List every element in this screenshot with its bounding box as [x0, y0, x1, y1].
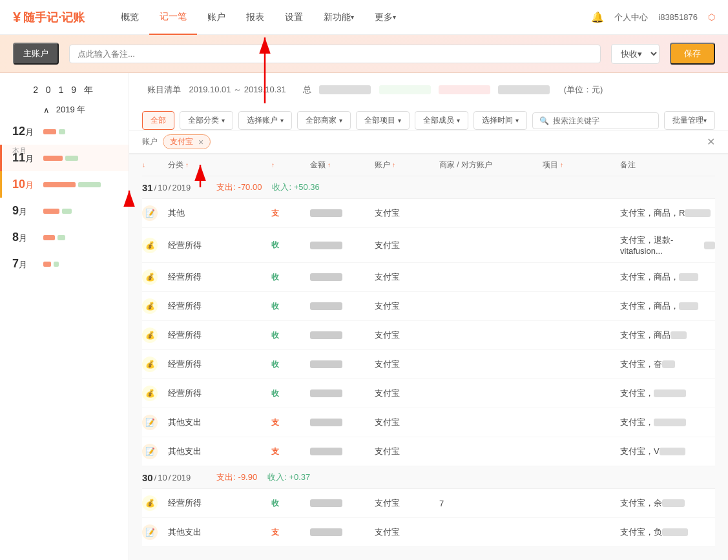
cell-notes: 支付宝，商品，R: [620, 207, 715, 219]
month-item-7[interactable]: 7月: [0, 251, 129, 277]
cell-icon: 💰: [142, 357, 168, 372]
save-button[interactable]: 保存: [670, 43, 715, 65]
month-item-12[interactable]: 12月: [0, 118, 129, 145]
category-icon: 💰: [142, 238, 158, 253]
month-item-11[interactable]: 本月 11月: [0, 145, 129, 171]
th-amount[interactable]: 金额 ↑: [310, 160, 375, 171]
tag-value: 支付宝: [170, 136, 193, 147]
nav-record[interactable]: 记一笔: [149, 0, 197, 35]
month-item-8[interactable]: 8月: [0, 224, 129, 251]
year-31: 2019: [172, 183, 191, 192]
cell-notes: 支付宝，退款-vitafusion...: [620, 234, 715, 256]
table-row: 💰 经营所得 收 支付宝 7 支付宝，余: [142, 489, 715, 518]
cell-notes: 支付宝，奋: [620, 358, 715, 370]
nav-report[interactable]: 报表: [236, 0, 275, 35]
batch-manage-button[interactable]: 批量管理▾: [664, 111, 715, 130]
logo-text: 随手记·记账: [23, 10, 85, 25]
table-row: 💰 经营所得 收 支付宝 支付宝，奋: [142, 350, 715, 379]
month-31: 10: [158, 183, 167, 192]
filter-merchant[interactable]: 全部商家▾: [297, 111, 351, 130]
cell-type: 收: [271, 330, 310, 341]
nav-settings[interactable]: 设置: [275, 0, 313, 35]
filter-member[interactable]: 全部成员▾: [415, 111, 468, 130]
filter-bar: 全部 全部分类▾ 选择账户▾ 全部商家▾ 全部项目▾ 全部成员▾ 选择时间▾ 🔍: [129, 106, 728, 130]
cell-account: 支付宝: [375, 240, 439, 251]
th-project[interactable]: 项目 ↑: [543, 160, 620, 171]
category-icon: 💰: [142, 357, 158, 372]
filter-project[interactable]: 全部项目▾: [356, 111, 410, 130]
cell-category: 经营所得: [168, 358, 271, 370]
date-30: 30: [142, 472, 153, 483]
category-icon: 💰: [142, 269, 158, 285]
month-bars-11: [43, 156, 118, 161]
category-icon: 📝: [142, 415, 158, 430]
main-account-button[interactable]: 主账户: [13, 43, 59, 65]
cell-category: 经营所得: [168, 300, 271, 312]
nav-overview[interactable]: 概览: [110, 0, 149, 35]
logo-icon: ¥: [13, 9, 21, 26]
month-label-9: 9月: [12, 204, 38, 218]
cell-icon: 📝: [142, 524, 168, 540]
nav-account[interactable]: 账户: [197, 0, 236, 35]
th-merchant: 商家 / 对方账户: [439, 160, 543, 171]
bell-icon[interactable]: 🔔: [591, 11, 604, 23]
cell-amount: [310, 302, 375, 310]
cell-category: 其他支出: [168, 417, 271, 428]
expense-bar-12: [43, 129, 56, 134]
month-30: 10: [158, 473, 167, 482]
search-input[interactable]: [553, 116, 652, 125]
month-item-10[interactable]: 10月: [0, 171, 129, 198]
expense-bar-10: [43, 182, 76, 187]
th-type[interactable]: ↑: [271, 160, 310, 171]
cell-amount: [310, 273, 375, 281]
th-account[interactable]: 账户 ↑: [375, 160, 439, 171]
quick-save-select[interactable]: 快收▾: [611, 44, 660, 64]
personal-center[interactable]: 个人中心: [614, 12, 648, 23]
cell-type: 支: [271, 446, 310, 457]
filter-account[interactable]: 选择账户▾: [238, 111, 292, 130]
filter-time[interactable]: 选择时间▾: [473, 111, 527, 130]
tag-close-icon[interactable]: ×: [198, 137, 203, 147]
cell-notes: 支付宝，商品: [620, 329, 715, 341]
cell-icon: 💰: [142, 495, 168, 511]
cell-category: 其他: [168, 207, 271, 219]
month-item-9[interactable]: 9月: [0, 198, 129, 224]
cell-icon: 📝: [142, 444, 168, 459]
logout-icon[interactable]: ⬡: [708, 12, 715, 22]
cell-account: 支付宝: [375, 417, 439, 428]
nav-links: 概览 记一笔 账户 报表 设置 新功能▾ 更多▾: [110, 0, 591, 35]
table-row: 💰 经营所得 收 支付宝 支付宝，商品，: [142, 292, 715, 321]
month-bars-12: [43, 129, 118, 134]
summary-unit: (单位：元): [564, 85, 603, 94]
income-bar-7: [54, 262, 59, 267]
th-sort[interactable]: ↓: [142, 160, 168, 171]
table-row: 📝 其他 支 支付宝 支付宝，商品，R: [142, 199, 715, 228]
table-row: 📝 其他支出 支 支付宝 支付宝，: [142, 408, 715, 437]
cell-category: 经营所得: [168, 388, 271, 399]
th-category[interactable]: 分类 ↑: [168, 160, 271, 171]
cell-account: 支付宝: [375, 329, 439, 341]
nav-right: 🔔 个人中心 i83851876 ⬡: [591, 11, 715, 23]
month-label-12: 12月: [12, 125, 38, 138]
summary-label: 总: [303, 85, 311, 94]
nav-more[interactable]: 更多▾: [364, 0, 406, 35]
search-icon: 🔍: [539, 116, 549, 125]
category-icon: 📝: [142, 205, 158, 221]
tag-row: 账户 支付宝 × ✕: [129, 130, 728, 154]
filter-category[interactable]: 全部分类▾: [180, 111, 233, 130]
cell-account: 支付宝: [375, 271, 439, 283]
account-tag[interactable]: 支付宝 ×: [163, 134, 211, 149]
cell-type: 收: [271, 388, 310, 399]
income-bar-8: [57, 235, 65, 240]
table-area: ↓ 分类 ↑ ↑ 金额 ↑ 账户 ↑ 商家 / 对方账户 项目 ↑ 备注 31 …: [129, 154, 728, 547]
cell-type: 收: [271, 240, 310, 251]
filter-all[interactable]: 全部: [142, 111, 174, 130]
year-30: 2019: [172, 473, 191, 482]
cell-type: 收: [271, 359, 310, 370]
year-nav[interactable]: ∧ 2019 年: [0, 101, 129, 118]
nav-newfeature[interactable]: 新功能▾: [313, 0, 364, 35]
cell-icon: 💰: [142, 327, 168, 343]
close-all-icon[interactable]: ✕: [707, 136, 715, 148]
note-input[interactable]: [69, 45, 601, 63]
cell-category: 经营所得: [168, 329, 271, 341]
